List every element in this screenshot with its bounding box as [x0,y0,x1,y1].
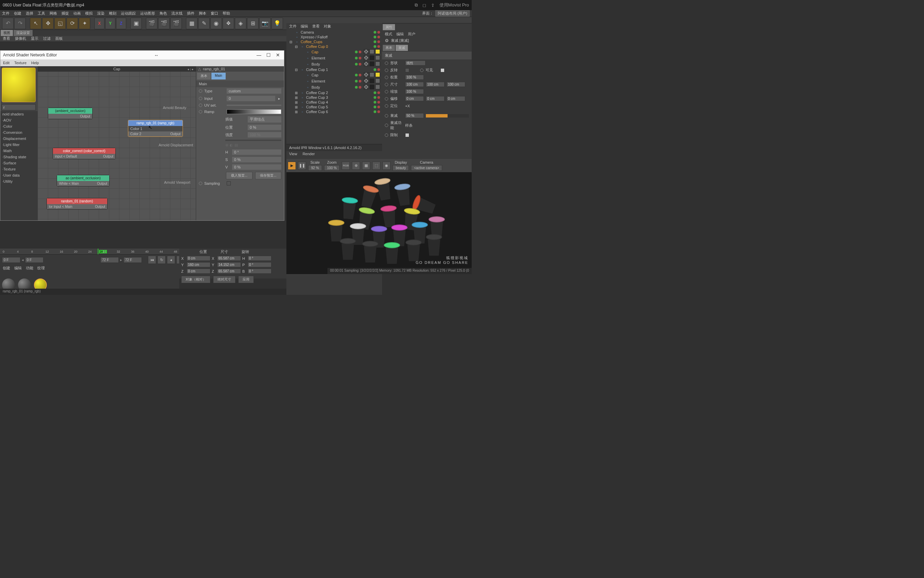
uvset-field[interactable] [227,105,281,106]
axis-x-icon[interactable]: X [94,18,105,29]
menu-选择[interactable]: 选择 [26,11,33,16]
menu-角色[interactable]: 角色 [160,11,167,16]
ipr-display-select[interactable]: beauty [393,165,409,171]
falloff-slider[interactable] [426,114,469,117]
node-ramp-rgb[interactable]: ramp_rgb_01 (ramp_rgb) Color 1 Color 2Ou… [128,120,183,137]
menu-渲染[interactable]: 渲染 [97,11,105,16]
tab-basic[interactable]: 基本 [197,73,211,80]
prev-frame-icon[interactable]: ◂ [167,256,175,264]
axis-z-icon[interactable]: Z [116,18,126,29]
menu-运动图形[interactable]: 运动图形 [140,11,155,16]
ipr-render-menu[interactable]: Render [303,152,315,156]
crop-icon[interactable]: ⬚ [372,162,380,170]
share-icon[interactable]: ⇪ [431,3,435,8]
node-ambient-occlusion[interactable]: (ambient_occlusion) Output [48,108,93,119]
shader-cat[interactable]: ·Utility [0,178,38,184]
ipr-viewport[interactable]: 狐狸影视城GO DREAM GO SHARE [286,172,472,274]
tree-row[interactable]: ▫Body [287,61,382,67]
ipr-view-menu[interactable]: View [289,152,297,156]
menu-文件[interactable]: 文件 [2,11,10,16]
move-tool-icon[interactable]: ✥ [42,18,53,29]
node-ao[interactable]: ao (ambient_occlusion) White < MainOutpu… [57,175,110,187]
menu-捕捉[interactable]: 捕捉 [61,11,69,16]
pip-icon[interactable]: ⧉ [415,2,418,8]
light-icon[interactable]: 💡 [272,18,283,29]
menu-插件[interactable]: 插件 [187,11,194,16]
region-icon[interactable]: ▦ [362,162,370,170]
globe-icon[interactable]: ⊕ [352,162,360,170]
clapper-icon[interactable]: 🎬 [146,18,157,29]
arnold-viewport-port[interactable]: Arnold Viewport [164,180,190,184]
tab-attributes[interactable]: 属性 [383,24,395,30]
goto-start-icon[interactable]: ⏮ [148,256,156,264]
nurbs-icon[interactable]: ◉ [210,18,222,29]
pen-icon[interactable]: ✎ [198,18,210,29]
shader-titlebar[interactable]: Arnold Shader Network Editor ↔ — ☐ ✕ [0,50,284,59]
menu-模拟[interactable]: 模拟 [85,11,93,16]
env-icon[interactable]: ⊞ [247,18,259,29]
layout-selector[interactable]: 界面： 阿诺德布局 (用户) [422,10,469,17]
shader-category-list[interactable]: nold shaders·AOV·Color·Conversion·Displa… [0,111,38,221]
node-random[interactable]: random_01 (random) lor Input < MainOutpu… [47,198,108,209]
deformer-icon[interactable]: ◈ [235,18,246,29]
snapshot-icon[interactable]: ◉ [382,162,391,170]
ramp-gradient[interactable] [227,109,281,114]
tree-row[interactable]: ▫Camera [287,30,382,35]
menu-运动跟踪[interactable]: 运动跟踪 [121,11,136,16]
maximize-icon[interactable]: ☐ [265,52,272,58]
menu-脚本[interactable]: 脚本 [199,11,206,16]
pos-field[interactable]: 0 % [248,125,281,130]
shape-select[interactable] [405,60,426,65]
minimize-icon[interactable]: — [256,52,262,58]
save-preset-button[interactable]: 保存预置... [255,172,282,179]
menu-工具[interactable]: 工具 [38,11,45,16]
ipr-scale-select[interactable]: 92 % [308,165,322,171]
interp-select[interactable]: 平滑结点 [248,116,281,123]
start-frame[interactable]: 0 F [2,257,20,263]
ipr-play-icon[interactable]: ▶ [288,162,296,170]
input-field[interactable]: 0 [227,96,275,101]
arnold-displacement-port[interactable]: Arnold Displacement [159,143,193,147]
apply-button[interactable]: 应用 [238,276,254,283]
intensity-field[interactable]: 100 % [248,132,281,138]
shader-cat[interactable]: ·AOV [0,117,38,123]
tree-row[interactable]: ▫Cap [287,49,382,55]
node-color-correct[interactable]: color_correct (color_correct) input < De… [53,148,116,159]
coord-size-select[interactable]: 绝对尺寸 [213,276,236,283]
playhead[interactable] [98,248,99,254]
menu-动画[interactable]: 动画 [73,11,81,16]
tree-row[interactable]: ▫Xpresso / Falloff [287,35,382,39]
shader-cat[interactable]: ·Displacement [0,135,38,141]
arnold-beauty-port[interactable]: Arnold Beauty [163,106,186,110]
menu-流水线[interactable]: 流水线 [172,11,183,16]
redo-icon[interactable]: ↷ [14,18,26,29]
window-icon[interactable]: ◻ [422,3,426,8]
menu-雕刻[interactable]: 雕刻 [109,11,117,16]
tree-row[interactable]: ⊞▫Coffee Cup 3 [287,95,382,100]
tree-row[interactable]: ▫Body [287,84,382,90]
tab-view[interactable]: 视图 [1,30,13,36]
close-icon[interactable]: ✕ [275,52,281,58]
tree-row[interactable]: ⊞▫Coffee Cup 4 [287,100,382,105]
rotate-tool-icon[interactable]: ⟳ [66,18,78,29]
tree-row[interactable]: ▫Element [287,55,382,61]
scale-tool-icon[interactable]: ◱ [54,18,66,29]
tree-row[interactable]: ⊞▫Coffee Cup 5 [287,105,382,109]
weight-field[interactable] [405,75,424,80]
shader-cat[interactable]: ·Conversion [0,129,38,135]
node-canvas[interactable]: Cap⬥↓⬥ Arnold Beauty Arnold Displacement… [38,66,196,221]
shader-search-input[interactable] [2,104,36,110]
tree-row[interactable]: ⊟▫Coffee Cup 1 [287,67,382,72]
shader-cat[interactable]: ·Light filter [0,141,38,148]
tree-row[interactable]: ▫Cap [287,72,382,78]
ipr-pause-icon[interactable]: ❚❚ [298,162,306,170]
generator-icon[interactable]: ❖ [223,18,234,29]
ipr-camera-select[interactable]: <active camera> [411,165,442,171]
axis-y-icon[interactable]: Y [105,18,115,29]
tree-row[interactable]: ⊞▫Coffee Cup 2 [287,90,382,95]
tab-main[interactable]: Main [211,73,226,80]
tree-row[interactable]: ⊞▫Coffee Cup 6 [287,109,382,114]
clapper3-icon[interactable]: 🎬 [170,18,182,29]
place-tool-icon[interactable]: ✦ [79,18,90,29]
select-tool-icon[interactable]: ↖ [30,18,41,29]
